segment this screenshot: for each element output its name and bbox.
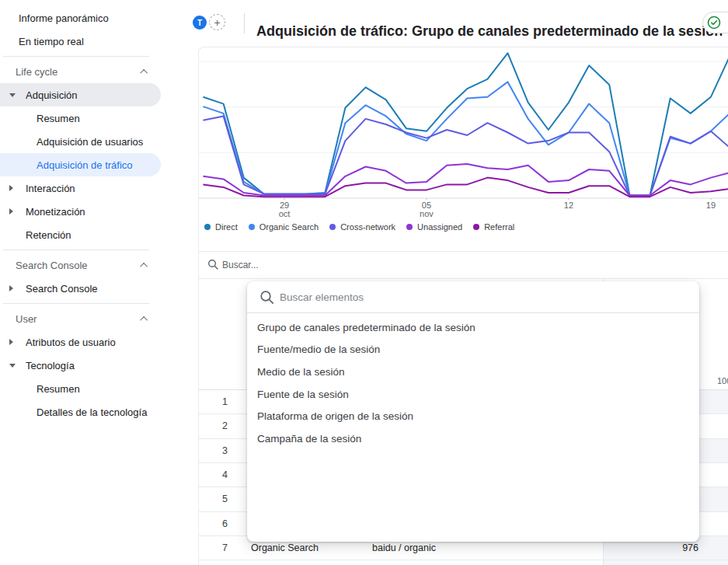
dropdown-option-fuente-medio-de-la-sesi-n[interactable]: Fuente/medio de la sesión [247,339,699,361]
caret-right-icon [9,285,26,291]
topbar: T + Adquisición de tráfico: Grupo de can… [162,0,728,47]
sidebar-item-interacci-n[interactable]: Interacción [0,176,162,200]
dropdown-option-fuente-de-la-sesi-n[interactable]: Fuente de la sesión [247,383,699,406]
sidebar-divider [3,249,149,250]
verified-check-icon [706,15,722,30]
traffic-line-chart[interactable] [199,47,728,200]
legend-dot [329,224,336,230]
sidebar-item-adquisici-n-de-usuarios[interactable]: Adquisición de usuarios [0,130,162,153]
sidebar-item-label: Adquisición [26,89,78,101]
caret-right-icon [9,185,13,191]
dimension-picker-dropdown: Buscar elementos Grupo de canales predet… [247,281,699,542]
sidebar-item-detalles-de-la-tecnolog-a[interactable]: Detalles de la tecnología [0,400,162,424]
row-number: 3 [222,445,228,456]
series-line-unassigned [203,164,728,196]
dropdown-option-campa-a-de-la-sesi-n[interactable]: Campaña de la sesión [247,427,699,450]
sidebar-section-search-console[interactable]: Search Console [0,253,162,277]
sidebar-item-tecnolog-a[interactable]: Tecnología [0,354,162,377]
caret-right-icon [9,339,13,345]
page-title: Adquisición de tráfico: Grupo de canales… [256,23,723,40]
legend-item-direct[interactable]: Direct [204,222,238,232]
dropdown-search-placeholder: Buscar elementos [280,291,364,303]
sidebar-item-en-tiempo-real[interactable]: En tiempo real [0,30,162,53]
sidebar-divider [3,56,149,57]
legend-dot [249,224,255,230]
x-axis-tick: 05nov [403,201,450,218]
sidebar-item-label: Informe panorámico [19,12,109,24]
sidebar-item-monetizaci-n[interactable]: Monetización [0,200,162,223]
dropdown-option-plataforma-de-origen-de-la-sesi-n[interactable]: Plataforma de origen de la sesión [247,405,699,427]
row-number: 4 [222,469,228,480]
caret-right-icon [9,185,26,191]
row-number: 5 [222,494,228,504]
legend-dot [406,224,413,230]
sidebar-item-label: Search Console [26,283,98,295]
data-quality-badge[interactable] [702,12,728,33]
series-line-direct [203,53,728,195]
tick-month: nov [403,210,450,218]
caret-down-icon [9,93,16,97]
sidebar-item-resumen[interactable]: Resumen [0,377,162,400]
table-search-bar[interactable]: Buscar... [199,252,728,278]
x-axis-tick: 29oct [261,201,308,218]
legend-label: Unassigned [417,222,462,232]
sidebar-item-label: Monetización [26,206,85,218]
sidebar-item-informe-panor-mico[interactable]: Informe panorámico [0,6,162,30]
sidebar-item-adquisici-n-de-tr-fico[interactable]: Adquisición de tráfico [0,153,161,176]
sidebar-divider [3,303,149,304]
dropdown-option-medio-de-la-sesi-n[interactable]: Medio de la sesión [247,361,699,383]
sidebar-item-label: Detalles de la tecnología [37,406,147,418]
sidebar-item-adquisici-n[interactable]: Adquisición [0,83,161,106]
legend-item-cross-network[interactable]: Cross-network [329,222,395,232]
sidebar-section-label: Life cycle [16,66,57,78]
sidebar-item-atributos-de-usuario[interactable]: Atributos de usuario [0,330,162,354]
dropdown-options: Grupo de canales predeterminado de la se… [247,313,699,450]
legend-label: Direct [215,222,238,232]
legend-label: Cross-network [340,222,395,232]
chevron-up-icon [140,68,148,76]
channel-cell: Organic Search [251,542,319,553]
sidebar-item-retenci-n[interactable]: Retención [0,223,162,246]
row-number: 6 [222,518,228,529]
caret-right-icon [9,208,13,214]
caret-down-icon [9,364,16,368]
sidebar-item-label: En tiempo real [19,36,84,47]
sidebar-section-user[interactable]: User [0,307,162,330]
dropdown-option-grupo-de-canales-predeterminado-de-la-se[interactable]: Grupo de canales predeterminado de la se… [247,316,699,339]
caret-right-icon [9,285,13,291]
sidebar-section-label: Search Console [16,260,88,271]
sidebar-item-label: Retención [26,229,71,241]
row-number: 1 [222,396,228,407]
sidebar-item-search-console[interactable]: Search Console [0,277,162,300]
tick-day: 19 [688,201,728,210]
sidebar-item-label: Resumen [37,113,80,124]
sidebar-item-label: Resumen [37,383,80,395]
legend-label: Referral [484,222,514,232]
comparison-chip-avatar[interactable]: T [193,16,207,30]
table-row-partial [199,560,728,565]
sidebar-item-label: Adquisición de tráfico [37,159,133,171]
row-number: 7 [222,542,228,553]
sidebar-section-life-cycle[interactable]: Life cycle [0,60,162,83]
legend-dot [204,224,211,230]
sidebar-item-label: Atributos de usuario [26,337,116,348]
caret-down-icon [9,93,26,97]
chart-legend: DirectOrganic SearchCross-networkUnassig… [204,222,514,232]
sidebar-item-label: Tecnología [26,360,75,371]
x-axis-tick: 12 [545,201,592,210]
table-search-placeholder: Buscar... [222,260,259,270]
caret-down-icon [9,364,26,368]
sidebar-item-resumen[interactable]: Resumen [0,106,162,130]
legend-label: Organic Search [260,222,319,232]
legend-item-unassigned[interactable]: Unassigned [406,222,462,232]
topbar-divider [244,13,245,33]
search-icon [260,290,274,305]
ga4-app: Informe panorámicoEn tiempo realLife cyc… [0,0,728,565]
legend-item-referral[interactable]: Referral [473,222,514,232]
add-comparison-icon[interactable]: + [209,14,225,30]
legend-item-organic-search[interactable]: Organic Search [249,222,319,232]
sidebar-section-label: User [16,313,37,325]
sidebar-item-label: Adquisición de usuarios [37,136,143,148]
series-line-cross-network [203,116,728,195]
dropdown-search-field[interactable]: Buscar elementos [247,281,699,313]
